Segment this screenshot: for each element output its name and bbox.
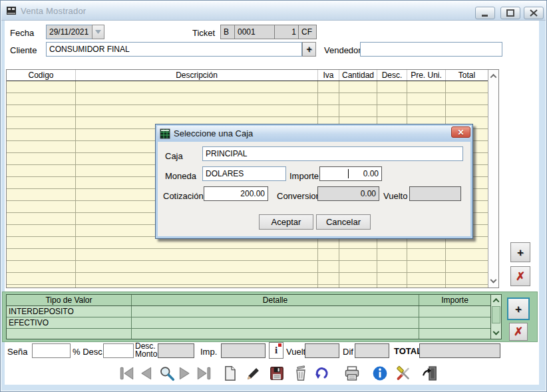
items-grid-row[interactable]: [7, 105, 498, 117]
items-grid-cell[interactable]: [318, 261, 339, 272]
items-grid-cell[interactable]: [7, 165, 76, 176]
items-grid-cell[interactable]: [377, 249, 407, 260]
payments-grid-body[interactable]: INTERDEPOSITOEFECTIVO: [7, 306, 501, 339]
items-grid-cell[interactable]: [7, 249, 76, 260]
window-titlebar[interactable]: Venta Mostrador: [1, 1, 546, 21]
items-grid-cell[interactable]: [377, 81, 407, 93]
sena-input[interactable]: [32, 343, 71, 358]
items-grid-cell[interactable]: [7, 141, 76, 152]
cancelar-button[interactable]: Cancelar: [316, 214, 371, 230]
items-grid-cell[interactable]: [76, 249, 318, 260]
items-grid-cell[interactable]: [76, 105, 318, 116]
items-grid-cell[interactable]: [7, 81, 76, 93]
items-grid-row[interactable]: [7, 261, 498, 273]
items-grid-cell[interactable]: [339, 261, 377, 272]
items-grid-row[interactable]: [7, 285, 498, 288]
previous-record-button[interactable]: [137, 365, 154, 382]
items-grid-cell[interactable]: [407, 285, 446, 288]
close-window-button[interactable]: [524, 7, 544, 19]
items-grid-cell[interactable]: [318, 105, 339, 116]
tax-info-button[interactable]: i: [269, 342, 283, 359]
items-grid-cell[interactable]: [407, 105, 446, 116]
items-grid-cell[interactable]: [407, 93, 446, 104]
items-grid-row[interactable]: [7, 93, 498, 105]
print-button[interactable]: [343, 365, 361, 382]
items-grid-cell[interactable]: [377, 261, 407, 272]
items-grid-scrollbar[interactable]: [488, 70, 498, 288]
items-grid-cell[interactable]: [7, 213, 76, 224]
cliente-input[interactable]: CONSUMIDOR FINAL: [46, 42, 302, 57]
next-record-button[interactable]: [176, 365, 194, 382]
caja-input[interactable]: PRINCIPAL: [202, 146, 463, 161]
items-grid-cell[interactable]: [446, 81, 488, 93]
minimize-button[interactable]: [475, 7, 495, 19]
scroll-down-icon[interactable]: [491, 328, 501, 339]
items-grid-cell[interactable]: [407, 273, 446, 284]
items-grid-cell[interactable]: [446, 273, 488, 284]
pct-desc-input[interactable]: [103, 343, 134, 358]
items-grid-cell[interactable]: [407, 249, 446, 260]
payments-grid-cell[interactable]: EFECTIVO: [7, 317, 132, 328]
items-grid-cell[interactable]: [446, 261, 488, 272]
items-grid-cell[interactable]: [318, 285, 339, 288]
vendedor-input[interactable]: [360, 42, 502, 57]
payments-grid-cell[interactable]: [419, 317, 491, 328]
payments-grid-cell[interactable]: [7, 329, 132, 339]
items-grid-cell[interactable]: [318, 93, 339, 104]
delete-record-button[interactable]: [292, 365, 309, 382]
items-grid-cell[interactable]: [318, 249, 339, 260]
payments-grid-row[interactable]: INTERDEPOSITO: [7, 306, 501, 317]
new-record-button[interactable]: [222, 365, 239, 382]
scroll-down-icon[interactable]: [488, 276, 498, 287]
items-grid-cell[interactable]: [76, 261, 318, 272]
items-grid-cell[interactable]: [7, 201, 76, 212]
payments-grid-cell[interactable]: [132, 317, 419, 328]
edit-record-button[interactable]: [245, 365, 262, 382]
items-grid-cell[interactable]: [339, 81, 377, 93]
items-grid-cell[interactable]: [377, 273, 407, 284]
payments-grid-cell[interactable]: [132, 329, 419, 339]
items-grid-cell[interactable]: [7, 153, 76, 164]
exit-button[interactable]: [421, 365, 439, 382]
items-grid-cell[interactable]: [377, 285, 407, 288]
payments-grid-scrollbar[interactable]: [490, 295, 501, 339]
add-item-button[interactable]: +: [510, 242, 530, 262]
items-grid-row[interactable]: [7, 81, 498, 93]
items-grid-cell[interactable]: [446, 93, 488, 104]
items-grid-cell[interactable]: [339, 93, 377, 104]
scroll-up-icon[interactable]: [491, 295, 501, 305]
payments-grid-cell[interactable]: INTERDEPOSITO: [7, 306, 132, 317]
items-grid-cell[interactable]: [76, 285, 318, 288]
items-grid-cell[interactable]: [339, 249, 377, 260]
items-grid-cell[interactable]: [339, 105, 377, 116]
importe-input[interactable]: 0.00: [319, 166, 382, 181]
fecha-dropdown-button[interactable]: [92, 25, 104, 39]
save-record-button[interactable]: [268, 365, 285, 382]
scroll-up-icon[interactable]: [488, 71, 498, 81]
items-grid-cell[interactable]: [407, 261, 446, 272]
items-grid-cell[interactable]: [446, 285, 488, 288]
items-grid-row[interactable]: [7, 249, 498, 261]
items-grid-cell[interactable]: [407, 81, 446, 93]
dialog-titlebar[interactable]: Seleccione una Caja: [157, 126, 471, 141]
items-grid-cell[interactable]: [7, 261, 76, 272]
scroll-thumb[interactable]: [492, 306, 500, 323]
moneda-input[interactable]: DOLARES: [202, 166, 286, 181]
delete-payment-button[interactable]: ✗: [509, 323, 528, 341]
payments-grid-row[interactable]: EFECTIVO: [7, 317, 501, 329]
items-grid-cell[interactable]: [339, 273, 377, 284]
payments-grid[interactable]: Tipo de ValorDetalleImporte INTERDEPOSIT…: [6, 294, 502, 339]
items-grid-cell[interactable]: [76, 81, 318, 93]
last-record-button[interactable]: [195, 365, 212, 382]
add-payment-button[interactable]: +: [507, 297, 530, 320]
items-grid-cell[interactable]: [7, 285, 76, 288]
payments-grid-cell[interactable]: [132, 306, 419, 317]
items-grid-cell[interactable]: [7, 273, 76, 284]
cotizacion-input[interactable]: 200.00: [204, 186, 268, 201]
cliente-search-button[interactable]: +: [302, 42, 316, 57]
items-grid-row[interactable]: [7, 273, 498, 285]
info-button[interactable]: [371, 365, 389, 382]
items-grid-cell[interactable]: [377, 93, 407, 104]
dialog-close-button[interactable]: ✕: [451, 126, 470, 138]
payments-grid-cell[interactable]: [419, 306, 491, 317]
